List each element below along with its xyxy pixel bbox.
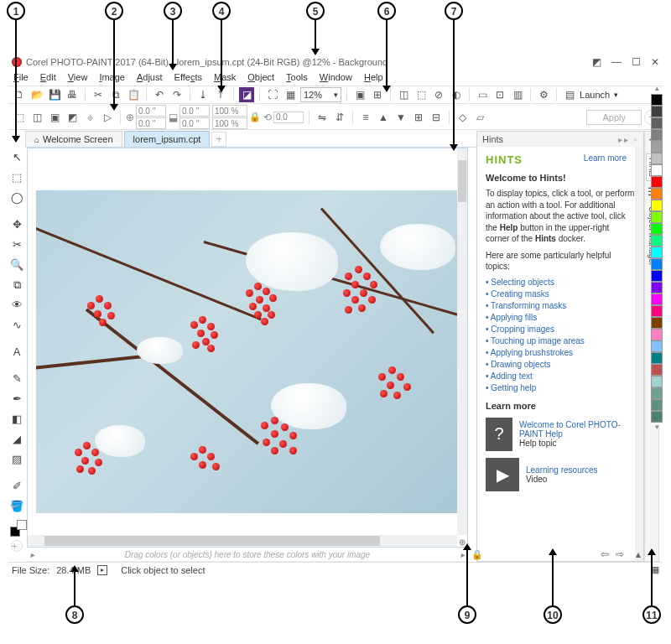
- add-tool-button[interactable]: +: [11, 540, 23, 552]
- close-button[interactable]: ✕: [651, 56, 659, 68]
- docker-lock-icon[interactable]: 🔒: [471, 549, 483, 560]
- vertical-scrollbar[interactable]: [457, 148, 467, 535]
- fullscreen-button[interactable]: ⛶: [265, 87, 280, 102]
- color-swatch[interactable]: [651, 282, 663, 293]
- docker-scrollbar[interactable]: [635, 147, 643, 561]
- topic-link[interactable]: Transforming masks: [486, 301, 635, 310]
- clone-tool[interactable]: ⧉: [10, 278, 23, 292]
- path-tool[interactable]: ✒: [10, 392, 23, 406]
- color-swatch[interactable]: [651, 305, 663, 317]
- order-front-button[interactable]: ▲: [376, 110, 391, 125]
- open-button[interactable]: 📂: [29, 87, 44, 102]
- color-swatch[interactable]: [651, 293, 663, 305]
- cut-button[interactable]: ✂: [91, 87, 106, 102]
- transform-tool[interactable]: ✥: [10, 218, 23, 231]
- docker-back-button[interactable]: ⇦: [601, 548, 609, 560]
- prop-mode-normal[interactable]: ⬚: [12, 110, 27, 125]
- sx-input[interactable]: [212, 105, 247, 117]
- opts3-button[interactable]: ▥: [510, 87, 525, 102]
- rect-mask-tool[interactable]: ⬚: [10, 171, 23, 184]
- flip-h-button[interactable]: ⇋: [315, 110, 330, 125]
- paste-button[interactable]: 📋: [126, 87, 141, 102]
- distort-button[interactable]: ▱: [472, 110, 487, 125]
- dropshadow-tool[interactable]: ◢: [10, 433, 23, 446]
- new-button[interactable]: 🗋: [12, 87, 27, 102]
- color-swatch[interactable]: [651, 211, 663, 223]
- learn-more-help[interactable]: ? Welcome to Corel PHOTO-PAINT HelpHelp …: [486, 418, 635, 451]
- lock-aspect-icon[interactable]: 🔒: [249, 112, 261, 122]
- tab-welcome[interactable]: ⌂Welcome Screen: [25, 131, 122, 147]
- menu-help[interactable]: Help: [364, 72, 383, 82]
- clear-mask-button[interactable]: ⊘: [431, 87, 446, 102]
- menu-effects[interactable]: Effects: [174, 72, 202, 82]
- opts2-button[interactable]: ⊡: [492, 87, 507, 102]
- color-swatch[interactable]: [651, 387, 663, 399]
- zoom-combo[interactable]: 12%▾: [300, 87, 341, 102]
- color-swatch[interactable]: [651, 200, 663, 211]
- x-input[interactable]: [136, 105, 166, 117]
- topic-link[interactable]: Applying brushstrokes: [486, 348, 635, 357]
- sy-input[interactable]: [212, 117, 247, 129]
- color-swatch[interactable]: [651, 223, 663, 235]
- horizontal-scrollbar[interactable]: [28, 535, 457, 547]
- color-swatch[interactable]: [651, 411, 663, 423]
- transparency-tool[interactable]: ▨: [10, 453, 23, 466]
- color-swatch[interactable]: [651, 235, 663, 247]
- color-swatch[interactable]: [651, 340, 663, 352]
- brush-tool[interactable]: ✎: [10, 372, 23, 386]
- color-swatch[interactable]: [651, 258, 663, 270]
- crop-tool[interactable]: ✂: [10, 238, 23, 252]
- prop-mode-xor[interactable]: ◩: [65, 110, 80, 125]
- color-swatch[interactable]: [651, 317, 663, 329]
- color-swatch[interactable]: [651, 141, 663, 153]
- palette-scroll-left[interactable]: ▸: [30, 550, 34, 559]
- color-swatch[interactable]: [651, 352, 663, 364]
- prop-mode-add[interactable]: ◫: [29, 110, 44, 125]
- fill-tool[interactable]: 🪣: [10, 500, 23, 513]
- topic-link[interactable]: Selecting objects: [486, 278, 635, 287]
- mask-marquee-button[interactable]: ⬚: [414, 87, 429, 102]
- new-tab-button[interactable]: +: [211, 132, 226, 147]
- menu-image[interactable]: Image: [99, 72, 125, 82]
- palette-up[interactable]: ▴: [651, 84, 663, 94]
- color-swatch[interactable]: [651, 117, 663, 129]
- color-swatch[interactable]: [651, 329, 663, 340]
- menu-edit[interactable]: Edit: [40, 72, 56, 82]
- topic-link[interactable]: Cropping images: [486, 325, 635, 334]
- menu-adjust[interactable]: Adjust: [137, 72, 163, 82]
- rotation-input[interactable]: [273, 112, 304, 123]
- import-button[interactable]: ⤓: [195, 87, 211, 102]
- color-swatch[interactable]: [651, 94, 663, 106]
- menu-object[interactable]: Object: [247, 72, 274, 82]
- group-button[interactable]: ⊞: [411, 110, 426, 125]
- align-button[interactable]: ≡: [358, 110, 373, 125]
- zoom-tool[interactable]: 🔍: [10, 258, 23, 272]
- help-toggle-icon[interactable]: ◩: [592, 56, 601, 68]
- ungroup-button[interactable]: ⊟: [429, 110, 444, 125]
- launch-dd[interactable]: ▾: [614, 91, 618, 99]
- invert-mask-button[interactable]: ◐: [449, 87, 464, 102]
- show-rulers-button[interactable]: ▣: [352, 87, 367, 102]
- learn-more-link[interactable]: Learn more: [584, 153, 627, 163]
- w-input[interactable]: [179, 105, 210, 117]
- image-canvas[interactable]: [36, 190, 457, 513]
- redo-button[interactable]: ↷: [169, 87, 185, 102]
- maximize-button[interactable]: ☐: [632, 56, 641, 68]
- color-swatch[interactable]: [651, 106, 663, 117]
- topic-link[interactable]: Touching up image areas: [486, 336, 635, 345]
- topic-link[interactable]: Adding text: [486, 371, 635, 381]
- save-button[interactable]: 💾: [47, 87, 62, 102]
- minimize-button[interactable]: —: [611, 56, 622, 68]
- prop-mode-5[interactable]: ⟐: [82, 110, 97, 125]
- mask-overlay-button[interactable]: ◫: [396, 87, 411, 102]
- h-input[interactable]: [179, 117, 210, 129]
- grid-button[interactable]: ▦: [283, 87, 298, 102]
- opts1-button[interactable]: ▭: [475, 87, 490, 102]
- tab-document[interactable]: lorem_ipsum.cpt: [124, 131, 211, 147]
- color-swatch[interactable]: [651, 399, 663, 411]
- menu-window[interactable]: Window: [320, 72, 352, 82]
- color-swatch[interactable]: [651, 176, 663, 188]
- perspective-button[interactable]: ◇: [455, 110, 470, 125]
- learn-more-video[interactable]: ▶ Learning resourcesVideo: [486, 458, 635, 491]
- copy-button[interactable]: ⧉: [108, 87, 123, 102]
